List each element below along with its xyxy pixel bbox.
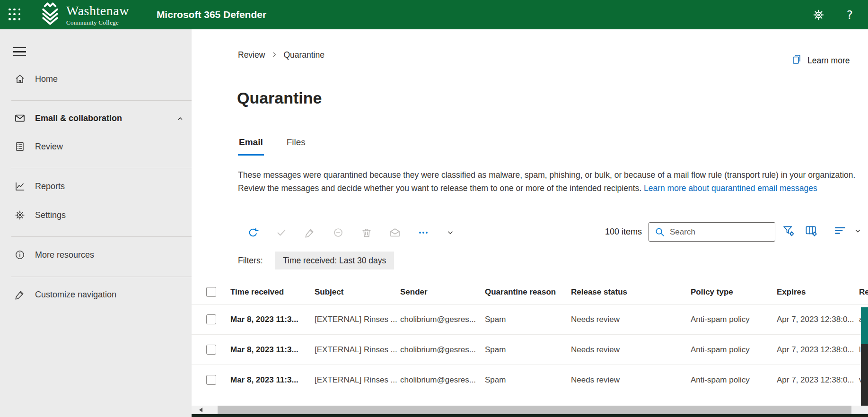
column-header-subject[interactable]: Subject [315,287,400,297]
column-header-time-received[interactable]: Time received [230,287,315,297]
delete-trash-icon[interactable] [361,227,372,238]
sidebar-divider [11,236,192,237]
cell-sender: cholibrium@gesres... [400,375,485,385]
cell-sender: cholibrium@gesres... [400,345,485,355]
sidebar-item-email-collaboration[interactable]: Email & collaboration [0,107,192,130]
search-box[interactable] [649,222,775,242]
row-checkbox[interactable] [206,375,216,385]
refresh-icon[interactable] [247,227,259,238]
cell-expires: Apr 7, 2023 12:38:0... [777,375,859,385]
more-actions-chevron-down-icon[interactable] [446,228,455,237]
cell-time-received: Mar 8, 2023 11:3... [230,375,315,385]
column-header-expires[interactable]: Expires [777,287,859,297]
cell-release-status: Needs review [571,375,691,385]
column-header-policy-type[interactable]: Policy type [691,287,777,297]
sidebar-item-review[interactable]: Review [0,135,192,158]
horizontal-scrollbar[interactable] [192,406,868,414]
cell-subject: [EXTERNAL] Rinses ... [315,345,400,355]
more-actions-ellipsis-icon[interactable] [418,227,429,238]
cell-release-status: Needs review [571,315,691,324]
table-row[interactable]: Mar 8, 2023 11:3... [EXTERNAL] Rinses ..… [192,365,868,395]
quarantine-learn-more-link[interactable]: Learn more about quarantined email messa… [644,183,817,193]
column-header-release-status[interactable]: Release status [571,287,691,297]
filter-chip-time-received[interactable]: Time received: Last 30 days [275,252,394,269]
sidebar-item-more-resources[interactable]: More resources [0,243,192,266]
search-icon [655,227,665,237]
scroll-left-arrow[interactable] [192,406,210,414]
block-icon[interactable] [333,227,344,238]
breadcrumb-review-link[interactable]: Review [238,50,265,60]
customize-columns-icon[interactable] [805,224,819,238]
cell-release-status: Needs review [571,345,691,355]
cell-expires: Apr 7, 2023 12:38:0... [777,315,859,324]
learn-more-label: Learn more [807,56,850,66]
approve-check-icon[interactable] [276,227,287,238]
sidebar-item-label: Home [35,74,58,84]
home-icon [14,73,26,85]
group-lines-icon[interactable] [834,224,848,238]
sidebar-item-home[interactable]: Home [0,68,192,90]
bottom-edge-bar [192,414,868,417]
tab-files[interactable]: Files [286,137,307,156]
header-actions: ? [812,8,868,22]
cell-subject: [EXTERNAL] Rinses ... [315,375,400,385]
breadcrumb: Review Quarantine [238,50,324,60]
sidebar-item-label: Review [35,142,63,152]
tab-email[interactable]: Email [238,137,264,156]
org-logo: Washtenaw Community College [39,2,129,27]
sidebar: Home Email & collaboration Review [0,29,192,417]
chevron-up-icon[interactable] [176,115,184,125]
sidebar-item-customize-navigation[interactable]: Customize navigation [0,283,192,306]
cell-quarantine-reason: Spam [485,375,571,385]
row-checkbox[interactable] [206,345,216,355]
edit-pencil-icon[interactable] [304,227,316,238]
sidebar-item-label: Reports [35,182,65,191]
line-chart-icon [14,181,26,192]
row-checkbox[interactable] [206,314,216,324]
sidebar-divider [11,100,192,101]
sidebar-item-label: Email & collaboration [35,113,122,123]
cell-policy-type: Anti-spam policy [691,345,777,355]
sidebar-divider [11,168,192,168]
cell-policy-type: Anti-spam policy [691,375,777,385]
table-header-row: Time received Subject Sender Quarantine … [192,280,868,304]
page-title: Quarantine [237,89,322,107]
search-input[interactable] [669,227,775,237]
document-list-icon [14,141,26,152]
sidebar-divider [11,277,192,277]
info-circle-icon [14,249,26,261]
sidebar-item-reports[interactable]: Reports [0,175,192,198]
cell-sender: cholibrium@gesres... [400,315,485,324]
app-header: Washtenaw Community College Microsoft 36… [0,0,868,29]
settings-gear-icon[interactable] [812,9,825,21]
filter-funnel-icon[interactable] [782,224,796,238]
page-description: These messages were quarantined because … [238,168,861,195]
sidebar-item-settings[interactable]: Settings [0,204,192,226]
select-all-checkbox[interactable] [206,287,216,297]
org-name: Washtenaw [66,4,129,17]
cell-time-received: Mar 8, 2023 11:3... [230,315,315,324]
cell-subject: [EXTERNAL] Rinses ... [315,315,400,324]
horizontal-scrollbar-thumb[interactable] [218,406,851,414]
right-edge-dark-strip [861,344,868,406]
cell-quarantine-reason: Spam [485,315,571,324]
learn-more-button[interactable]: Learn more [791,54,850,68]
org-subname: Community College [66,19,129,26]
filters-label: Filters: [238,256,263,266]
table-row[interactable]: Mar 8, 2023 11:3... [EXTERNAL] Rinses ..… [192,335,868,365]
release-envelope-icon[interactable] [389,227,401,238]
table-row[interactable]: Mar 8, 2023 11:3... [EXTERNAL] Rinses ..… [192,304,868,335]
hamburger-menu-icon[interactable] [13,47,26,59]
app-title: Microsoft 365 Defender [157,9,266,20]
column-header-quarantine-reason[interactable]: Quarantine reason [485,287,571,297]
tab-bar: Email Files [238,137,307,156]
app-launcher-icon[interactable] [9,9,21,21]
sidebar-item-label: Customize navigation [35,290,116,300]
column-header-recipient[interactable]: Re [859,287,868,297]
org-logo-text: Washtenaw Community College [66,4,129,26]
right-edge-teal-strip[interactable] [861,307,868,344]
group-chevron-down-icon[interactable] [854,227,862,235]
help-icon[interactable]: ? [847,8,853,22]
column-header-sender[interactable]: Sender [400,287,485,297]
cell-time-received: Mar 8, 2023 11:3... [230,345,315,355]
